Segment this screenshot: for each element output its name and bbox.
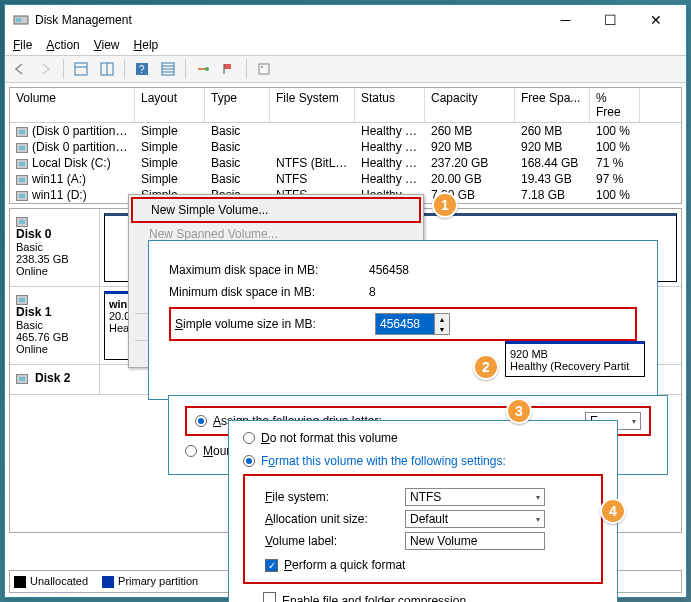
disk-0-type: Basic: [16, 241, 43, 253]
ctx-new-simple-volume[interactable]: New Simple Volume...: [131, 197, 421, 223]
spin-up-icon[interactable]: ▲: [435, 314, 449, 324]
table-header: Volume Layout Type File System Status Ca…: [10, 88, 681, 123]
chevron-down-icon: ▾: [632, 417, 636, 426]
recovery-status: Healthy (Recovery Partit: [510, 360, 629, 372]
col-layout[interactable]: Layout: [135, 88, 205, 122]
volume-size-input[interactable]: [375, 313, 435, 335]
volume-icon: [16, 159, 28, 169]
compression-checkbox[interactable]: [263, 592, 276, 602]
minimize-button[interactable]: ─: [543, 6, 588, 34]
format-panel: Do not format this volume Format this vo…: [228, 420, 618, 602]
table-row[interactable]: (Disk 0 partition 4)SimpleBasicHealthy (…: [10, 139, 681, 155]
fs-select[interactable]: NTFS▾: [405, 488, 545, 506]
fs-value: NTFS: [410, 490, 441, 504]
svg-point-13: [205, 67, 209, 71]
view-button-2[interactable]: [96, 58, 118, 80]
disk-0-size: 238.35 GB: [16, 253, 69, 265]
legend-unalloc-box: [14, 576, 26, 588]
alloc-label: Allocation unit size:: [265, 512, 405, 526]
disk-2-name: Disk 2: [35, 371, 70, 385]
menubar: File Action View Help: [5, 35, 686, 55]
toolbar: ?: [5, 55, 686, 83]
col-volume[interactable]: Volume: [10, 88, 135, 122]
table-row[interactable]: (Disk 0 partition 1)SimpleBasicHealthy (…: [10, 123, 681, 139]
col-pct[interactable]: % Free: [590, 88, 640, 122]
volume-label-label: Volume label:: [265, 534, 405, 548]
maximize-button[interactable]: ☐: [588, 6, 633, 34]
format-radio[interactable]: Format this volume with the following se…: [243, 454, 506, 468]
volume-size-label: Simple volume size in MB:: [175, 317, 375, 331]
forward-button[interactable]: [35, 58, 57, 80]
svg-rect-1: [16, 18, 21, 22]
disk-icon: [16, 374, 28, 384]
quick-format-checkbox[interactable]: ✓: [265, 559, 278, 572]
col-status[interactable]: Status: [355, 88, 425, 122]
col-free[interactable]: Free Spa...: [515, 88, 590, 122]
min-size-label: Minimum disk space in MB:: [169, 285, 369, 299]
svg-rect-2: [75, 63, 87, 75]
help-button[interactable]: ?: [131, 58, 153, 80]
disk-0-name: Disk 0: [16, 227, 51, 241]
svg-rect-14: [224, 64, 231, 69]
callout-badge-3: 3: [506, 398, 532, 424]
max-size-label: Maximum disk space in MB:: [169, 263, 369, 277]
volume-size-spinner[interactable]: ▲▼: [375, 313, 450, 335]
menu-action[interactable]: Action: [46, 38, 79, 52]
disk-0-status: Online: [16, 265, 48, 277]
callout-badge-1: 1: [432, 192, 458, 218]
do-not-format-radio[interactable]: Do not format this volume: [243, 431, 398, 445]
volume-icon: [16, 143, 28, 153]
volume-icon: [16, 127, 28, 137]
partition-recovery[interactable]: 920 MB Healthy (Recovery Partit: [505, 341, 645, 377]
legend-primary-box: [102, 576, 114, 588]
table-row[interactable]: Local Disk (C:)SimpleBasicNTFS (BitLo...…: [10, 155, 681, 171]
callout-badge-4: 4: [600, 498, 626, 524]
disk-1-size: 465.76 GB: [16, 331, 69, 343]
max-size-value: 456458: [369, 263, 479, 277]
chevron-down-icon: ▾: [536, 493, 540, 502]
titlebar: Disk Management ─ ☐ ✕: [5, 5, 686, 35]
menu-help[interactable]: Help: [134, 38, 159, 52]
col-fs[interactable]: File System: [270, 88, 355, 122]
settings-button[interactable]: [192, 58, 214, 80]
legend-unalloc: Unallocated: [30, 575, 88, 587]
list-button[interactable]: [157, 58, 179, 80]
close-button[interactable]: ✕: [633, 6, 678, 34]
volume-label-input[interactable]: [405, 532, 545, 550]
svg-text:?: ?: [139, 64, 145, 75]
do-not-format-label: Do not format this volume: [261, 431, 398, 445]
alloc-value: Default: [410, 512, 448, 526]
svg-rect-16: [259, 64, 269, 74]
format-label: Format this volume with the following se…: [261, 454, 506, 468]
flag-button[interactable]: [218, 58, 240, 80]
min-size-value: 8: [369, 285, 479, 299]
disk-1-status: Online: [16, 343, 48, 355]
col-type[interactable]: Type: [205, 88, 270, 122]
recovery-size: 920 MB: [510, 348, 548, 360]
disk-icon: [16, 217, 28, 227]
disk-0-header: Disk 0 Basic 238.35 GB Online: [10, 209, 100, 286]
disk-icon: [16, 295, 28, 305]
disk-1-header: Disk 1 Basic 465.76 GB Online: [10, 287, 100, 364]
chevron-down-icon: ▾: [536, 515, 540, 524]
volume-icon: [16, 175, 28, 185]
alloc-select[interactable]: Default▾: [405, 510, 545, 528]
spin-down-icon[interactable]: ▼: [435, 324, 449, 334]
volume-icon: [16, 191, 28, 201]
disk-2-header: Disk 2: [10, 365, 100, 394]
disk-1-name: Disk 1: [16, 305, 51, 319]
legend-primary: Primary partition: [118, 575, 198, 587]
svg-point-17: [261, 66, 263, 68]
table-row[interactable]: win11 (A:)SimpleBasicNTFSHealthy (B...20…: [10, 171, 681, 187]
menu-file[interactable]: File: [13, 38, 32, 52]
volume-size-panel: Maximum disk space in MB: 456458 Minimum…: [148, 240, 658, 400]
disk-1-type: Basic: [16, 319, 43, 331]
back-button[interactable]: [9, 58, 31, 80]
volume-table: Volume Layout Type File System Status Ca…: [9, 87, 682, 204]
col-capacity[interactable]: Capacity: [425, 88, 515, 122]
quick-format-label: Perform a quick format: [284, 558, 405, 572]
menu-view[interactable]: View: [94, 38, 120, 52]
fs-label: File system:: [265, 490, 405, 504]
prefs-button[interactable]: [253, 58, 275, 80]
view-button-1[interactable]: [70, 58, 92, 80]
